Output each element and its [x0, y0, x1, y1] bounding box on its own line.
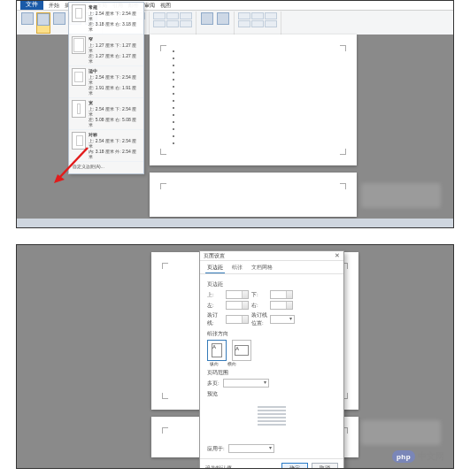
- arrange-group: [238, 12, 277, 27]
- set-default-button[interactable]: 设为默认值: [205, 464, 232, 469]
- tab-margins[interactable]: 页边距: [205, 263, 225, 273]
- select-gutter-pos[interactable]: [270, 315, 295, 324]
- php-watermark: php 中文网: [392, 450, 444, 463]
- input-gutter[interactable]: [226, 315, 249, 324]
- margin-thumb-icon: [72, 100, 86, 118]
- svg-line-0: [58, 148, 88, 180]
- position-button[interactable]: [200, 12, 214, 34]
- preview-thumbnail: [253, 402, 290, 441]
- file-tab[interactable]: 文件: [20, 0, 43, 10]
- label-right: 右:: [251, 302, 267, 310]
- section-pages-label: 页码范围: [207, 369, 336, 377]
- screenshot-editor-margins-dropdown: 文件 开始 插入 设计 布局 引用 邮件 审阅 视图: [16, 0, 454, 228]
- margin-option-wide[interactable]: 宽 上: 2.54 厘米 下: 2.54 厘米 左: 5.08 厘米 右: 5.…: [69, 98, 143, 130]
- status-bar: [17, 219, 453, 227]
- close-icon[interactable]: ✕: [335, 252, 340, 259]
- label-top: 上:: [207, 291, 223, 299]
- tab-home[interactable]: 开始: [49, 2, 59, 10]
- section-preview-label: 预览: [207, 390, 336, 398]
- orientation-button[interactable]: [52, 12, 66, 34]
- tab-review[interactable]: 审阅: [144, 2, 155, 10]
- margin-thumb-icon: [72, 68, 86, 86]
- page-setup-dialog: 页面设置 ✕ 页边距 纸张 文档网格 页边距 上: 下: 左: 右: 装订线: …: [199, 250, 344, 469]
- input-top[interactable]: [226, 290, 249, 299]
- tab-paper[interactable]: 纸张: [230, 263, 244, 273]
- section-orientation-label: 纸张方向: [207, 330, 336, 338]
- label-gutter: 装订线:: [207, 311, 223, 327]
- dialog-tabs: 页边距 纸张 文档网格: [200, 261, 343, 274]
- dialog-title: 页面设置: [204, 252, 225, 260]
- margin-option-narrow[interactable]: 窄 上: 1.27 厘米 下: 1.27 厘米 左: 1.27 厘米 右: 1.…: [69, 35, 143, 66]
- select-multi-pages[interactable]: [223, 379, 269, 388]
- document-page-2: [150, 173, 357, 217]
- paragraph-group: [153, 12, 192, 27]
- tab-view[interactable]: 视图: [160, 2, 171, 10]
- screenshot-page-setup-dialog: 页面设置 ✕ 页边距 纸张 文档网格 页边距 上: 下: 左: 右: 装订线: …: [16, 244, 454, 469]
- label-multi: 多页:: [207, 380, 220, 388]
- input-bottom[interactable]: [270, 290, 293, 299]
- margin-option-moderate[interactable]: 适中 上: 2.54 厘米 下: 2.54 厘米 左: 1.91 厘米 右: 1…: [69, 66, 143, 98]
- landscape-icon: A: [235, 345, 249, 356]
- select-apply-to[interactable]: [228, 444, 274, 453]
- ok-button[interactable]: 确定: [281, 463, 308, 469]
- label-bottom: 下:: [251, 291, 267, 299]
- label-apply-to: 应用于:: [207, 445, 225, 453]
- margin-thumb-icon: [72, 4, 86, 22]
- orientation-landscape[interactable]: A: [232, 340, 251, 361]
- label-gutter-pos: 装订线位置:: [251, 311, 267, 327]
- label-left: 左:: [207, 302, 223, 310]
- margin-option-normal[interactable]: 常规 上: 2.54 厘米 下: 2.54 厘米 左: 3.18 厘米 右: 3…: [69, 3, 143, 35]
- orientation-portrait[interactable]: A: [207, 340, 227, 361]
- tab-layout[interactable]: 文档网格: [250, 263, 274, 273]
- watermark-blur: [361, 420, 441, 445]
- annotation-arrow-icon: [52, 144, 91, 183]
- cancel-button[interactable]: 取消: [312, 463, 338, 469]
- text-direction-button[interactable]: [20, 12, 35, 34]
- php-logo-icon: php: [392, 450, 415, 463]
- input-left[interactable]: [226, 301, 249, 310]
- margin-thumb-icon: [72, 36, 86, 54]
- watermark-blur: [361, 183, 441, 208]
- list-bullets: [173, 50, 174, 144]
- portrait-icon: A: [212, 343, 222, 357]
- document-page-1: [150, 35, 357, 165]
- margins-button[interactable]: [36, 12, 50, 34]
- section-margins-label: 页边距: [207, 280, 336, 288]
- input-right[interactable]: [270, 301, 293, 310]
- svg-marker-1: [54, 174, 65, 183]
- wrap-text-button[interactable]: [216, 12, 230, 34]
